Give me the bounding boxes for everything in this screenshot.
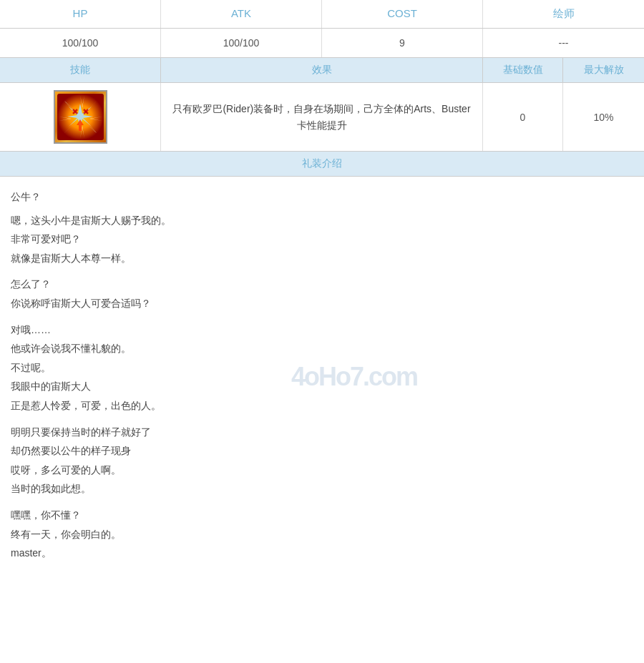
artist-header: 绘师 (483, 0, 644, 28)
atk-value: 100/100 (161, 29, 322, 57)
skills-header: 技能 效果 基础数值 最大解放 (0, 58, 644, 83)
artist-value: --- (483, 29, 644, 57)
desc-lines: 嗯，这头小牛是宙斯大人赐予我的。非常可爱对吧？就像是宙斯大人本尊一样。怎么了？你… (11, 211, 633, 563)
skill-effect: 只有欧罗巴(Rider)装备时，自身在场期间，己方全体的Arts、Buster卡… (161, 83, 483, 151)
stats-data: 100/100 100/100 9 --- (0, 29, 644, 58)
desc-line: 我眼中的宙斯大人 (11, 377, 633, 396)
desc-line: 不过呢。 (11, 358, 633, 378)
skill-icon-svg (57, 94, 104, 140)
desc-line: 明明只要保持当时的样子就好了 (11, 423, 633, 442)
skill-icon (54, 90, 107, 144)
desc-line: 就像是宙斯大人本尊一样。 (11, 249, 633, 268)
desc-line: 哎呀，多么可爱的人啊。 (11, 461, 633, 480)
skill-row: 只有欧罗巴(Rider)装备时，自身在场期间，己方全体的Arts、Buster卡… (0, 83, 644, 152)
desc-line: 嘿嘿，你不懂？ (11, 506, 633, 525)
desc-line (11, 313, 633, 320)
desc-line: 非常可爱对吧？ (11, 230, 633, 249)
intro-header: 礼装介绍 (0, 152, 644, 177)
skill-base-value: 0 (483, 83, 563, 151)
cost-value: 9 (322, 29, 483, 57)
desc-line: 终有一天，你会明白的。 (11, 525, 633, 544)
base-label: 基础数值 (483, 58, 563, 82)
desc-line: master。 (11, 544, 633, 563)
desc-line: 却仍然要以公牛的样子现身 (11, 441, 633, 461)
desc-line: 当时的我如此想。 (11, 479, 633, 499)
atk-header: ATK (161, 0, 322, 28)
hp-value: 100/100 (0, 29, 161, 57)
description-area: 4oHo7.com 公牛？ 嗯，这头小牛是宙斯大人赐予我的。非常可爱对吧？就像是… (0, 177, 644, 577)
skill-icon-cell (0, 83, 161, 151)
hp-header: HP (0, 0, 161, 28)
skill-label: 技能 (0, 58, 161, 82)
desc-line (11, 267, 633, 275)
max-label: 最大解放 (563, 58, 644, 82)
desc-line: 正是惹人怜爱，可爱，出色的人。 (11, 396, 633, 416)
desc-line (11, 416, 633, 423)
desc-line (11, 499, 633, 506)
desc-line: 对哦…… (11, 320, 633, 340)
desc-line: 怎么了？ (11, 275, 633, 294)
desc-line: 你说称呼宙斯大人可爱合适吗？ (11, 294, 633, 313)
skill-max-value: 10% (563, 83, 644, 151)
desc-line: 嗯，这头小牛是宙斯大人赐予我的。 (11, 211, 633, 230)
stats-header: HP ATK COST 绘师 (0, 0, 644, 29)
desc-line: 他或许会说我不懂礼貌的。 (11, 339, 633, 358)
desc-title: 公牛？ (11, 187, 633, 207)
cost-header: COST (322, 0, 483, 28)
effect-label: 效果 (161, 58, 483, 82)
svg-rect-11 (79, 125, 82, 131)
